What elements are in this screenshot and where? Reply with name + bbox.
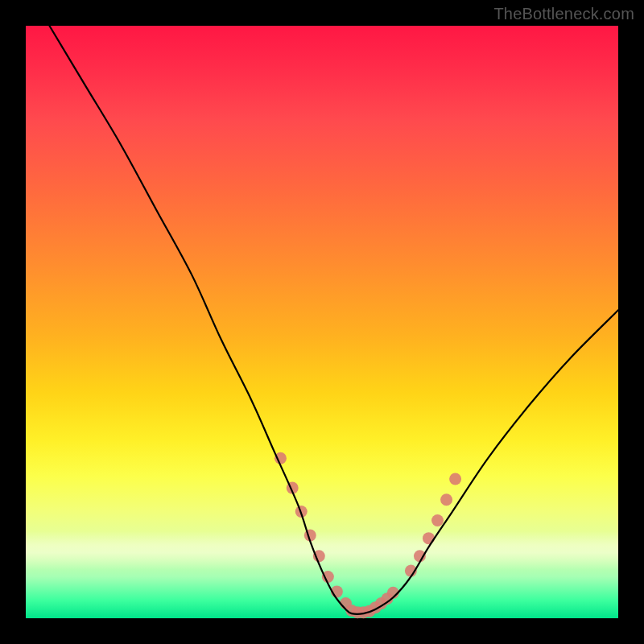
marker-dot [440,493,452,506]
marker-dot [431,514,444,526]
curve-layer [26,26,618,618]
marker-dot [449,473,461,485]
plot-area [26,26,618,618]
bottleneck-curve [49,26,618,614]
watermark-text: TheBottleneck.com [493,5,634,23]
markers-group [275,452,461,618]
marker-dot [423,532,435,544]
chart-frame: TheBottleneck.com [0,0,644,644]
